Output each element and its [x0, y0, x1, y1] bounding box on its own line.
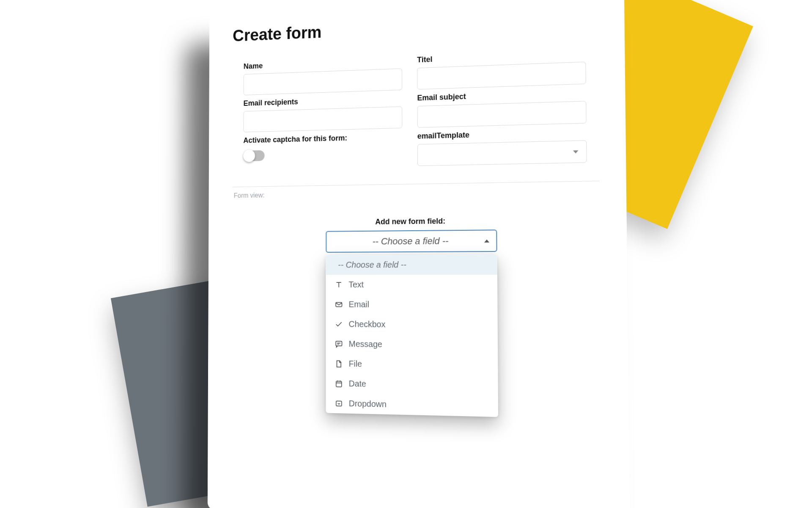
- chevron-up-icon: [484, 239, 489, 242]
- page-title: Create form: [233, 11, 598, 45]
- dropdown-item-label: File: [349, 359, 362, 369]
- choose-field-placeholder: -- Choose a field --: [372, 235, 448, 247]
- dropdown-item-label: Date: [349, 379, 366, 389]
- file-icon: [335, 359, 343, 368]
- name-input[interactable]: [244, 68, 402, 95]
- email-subject-input[interactable]: [417, 101, 587, 128]
- email-recipients-label: Email recipients: [244, 94, 403, 108]
- dropdown-placeholder-text: -- Choose a field --: [338, 260, 406, 270]
- svg-rect-3: [336, 401, 342, 406]
- calendar-icon: [335, 379, 343, 388]
- dropdown-item-label: Email: [348, 300, 369, 309]
- form-view-label: Form view:: [232, 186, 600, 199]
- dropdown-item-text[interactable]: Text: [326, 275, 497, 295]
- name-field-group: Name: [244, 56, 402, 95]
- email-template-select[interactable]: [417, 140, 587, 166]
- check-icon: [335, 320, 343, 329]
- captcha-label: Activate captcha for this form:: [243, 133, 402, 145]
- dropdown-item-label: Text: [348, 280, 364, 290]
- email-subject-field-group: Email subject: [417, 88, 586, 128]
- text-icon: [335, 281, 343, 289]
- dropdown-item-dropdown[interactable]: Dropdown: [326, 393, 498, 417]
- dropdown-item-label: Message: [349, 339, 382, 349]
- chevron-down-icon: [573, 150, 579, 153]
- email-recipients-input[interactable]: [243, 106, 402, 132]
- message-icon: [335, 340, 343, 348]
- email-template-field-group: emailTemplate: [417, 128, 587, 166]
- email-recipients-field-group: Email recipients: [243, 94, 402, 133]
- mail-icon: [335, 300, 343, 309]
- dropdown-item-email[interactable]: Email: [326, 295, 497, 315]
- dropdown-item-message[interactable]: Message: [326, 334, 498, 356]
- dropdown-item-date[interactable]: Date: [326, 373, 498, 397]
- add-field-label: Add new form field:: [375, 217, 445, 226]
- captcha-toggle[interactable]: [244, 150, 265, 161]
- email-subject-label: Email subject: [417, 88, 586, 103]
- dropdown-placeholder-item[interactable]: -- Choose a field --: [326, 254, 497, 275]
- choose-field-dropdown: -- Choose a field -- Text Email: [326, 254, 498, 417]
- create-form-card: Create form Name Titel Email recipients …: [208, 0, 630, 508]
- captcha-field-group: Activate captcha for this form:: [243, 133, 402, 171]
- dropdown-item-file[interactable]: File: [326, 353, 498, 376]
- titel-field-group: Titel: [417, 49, 586, 89]
- choose-field-select[interactable]: -- Choose a field --: [326, 229, 497, 253]
- titel-input[interactable]: [417, 62, 586, 90]
- dropdown-item-label: Dropdown: [349, 399, 387, 409]
- email-template-label: emailTemplate: [417, 128, 587, 141]
- svg-rect-2: [336, 381, 342, 387]
- dropdown-item-label: Checkbox: [348, 319, 385, 329]
- dropdown-icon: [335, 399, 343, 408]
- svg-rect-1: [336, 341, 342, 346]
- dropdown-item-checkbox[interactable]: Checkbox: [326, 314, 497, 335]
- name-label: Name: [244, 56, 402, 71]
- toggle-knob: [243, 149, 255, 162]
